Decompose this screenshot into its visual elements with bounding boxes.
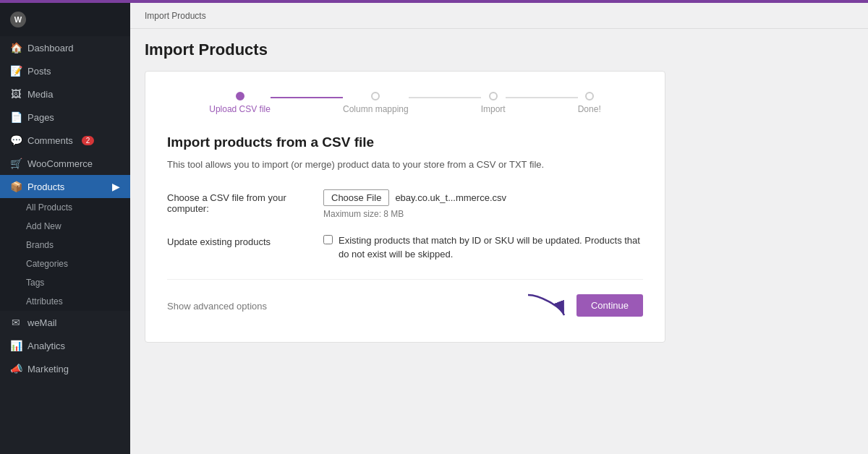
site-logo: W xyxy=(0,3,130,36)
sidebar-item-label: Pages xyxy=(27,112,54,123)
checkbox-container: Existing products that match by ID or SK… xyxy=(323,234,643,262)
sidebar-item-comments[interactable]: 💬 Comments 2 xyxy=(0,129,130,152)
step-mapping: Column mapping xyxy=(343,92,409,114)
sidebar-item-dashboard[interactable]: 🏠 Dashboard xyxy=(0,36,130,59)
wemail-icon: ✉ xyxy=(10,317,22,328)
arrow-annotation xyxy=(524,291,568,320)
dashboard-icon: 🏠 xyxy=(10,42,22,53)
wp-icon: W xyxy=(10,12,26,27)
choose-file-button[interactable]: Choose File xyxy=(323,189,389,206)
step-dot-import xyxy=(489,92,498,100)
sidebar-item-label: weMail xyxy=(27,317,56,328)
breadcrumb: Import Products xyxy=(145,11,206,21)
posts-icon: 📝 xyxy=(10,65,22,77)
products-arrow-icon: ▶ xyxy=(112,181,120,192)
products-icon: 📦 xyxy=(10,181,22,192)
comments-icon: 💬 xyxy=(10,134,22,146)
sidebar-item-pages[interactable]: 📄 Pages xyxy=(0,106,130,129)
file-control: Choose File ebay.co.uk_t...mmerce.csv Ma… xyxy=(323,189,643,219)
file-input-container: Choose File ebay.co.uk_t...mmerce.csv xyxy=(323,189,643,206)
step-label-mapping: Column mapping xyxy=(343,104,409,114)
woocommerce-icon: 🛒 xyxy=(10,158,22,169)
submenu-brands[interactable]: Brands xyxy=(0,236,130,254)
update-checkbox-label: Existing products that match by ID or SK… xyxy=(339,234,643,262)
comments-badge: 2 xyxy=(82,136,95,145)
continue-container: Continue xyxy=(524,291,643,320)
sidebar-item-analytics[interactable]: 📊 Analytics xyxy=(0,334,130,357)
continue-button[interactable]: Continue xyxy=(576,294,643,317)
admin-bar: Import Products xyxy=(130,3,868,29)
form-title: Import products from a CSV file xyxy=(167,134,643,150)
step-dot-done xyxy=(585,92,594,100)
show-advanced-link[interactable]: Show advanced options xyxy=(167,301,267,312)
step-import: Import xyxy=(481,92,506,114)
app-layout: W 🏠 Dashboard 📝 Posts 🖼 Media 📄 Pages 💬 … xyxy=(0,3,868,454)
sidebar-item-products[interactable]: 📦 Products ▶ xyxy=(0,175,130,198)
submenu-add-new[interactable]: Add New xyxy=(0,217,130,236)
submenu-attributes[interactable]: Attributes xyxy=(0,292,130,311)
import-card: Upload CSV file Column mapping Import xyxy=(145,71,665,343)
step-line-1 xyxy=(271,97,343,98)
update-label: Update existing products xyxy=(167,234,312,247)
submenu-categories[interactable]: Categories xyxy=(0,254,130,273)
sidebar-item-label: Media xyxy=(27,89,53,100)
products-submenu: All Products Add New Brands Categories T… xyxy=(0,198,130,311)
sidebar-item-woocommerce[interactable]: 🛒 WooCommerce xyxy=(0,152,130,175)
pages-icon: 📄 xyxy=(10,111,22,123)
submenu-tags[interactable]: Tags xyxy=(0,273,130,292)
step-upload: Upload CSV file xyxy=(209,92,271,114)
step-container: Upload CSV file Column mapping Import xyxy=(209,92,600,114)
progress-steps: Upload CSV file Column mapping Import xyxy=(167,92,643,114)
sidebar: W 🏠 Dashboard 📝 Posts 🖼 Media 📄 Pages 💬 … xyxy=(0,3,130,454)
step-label-done: Done! xyxy=(578,104,601,114)
page-content: Import Products Upload CSV file Column m… xyxy=(130,29,868,454)
marketing-icon: 📣 xyxy=(10,363,22,374)
update-control: Existing products that match by ID or SK… xyxy=(323,234,643,262)
main-content: Import Products Import Products Upload C… xyxy=(130,3,868,454)
file-label: Choose a CSV file from your computer: xyxy=(167,189,312,214)
form-footer: Show advanced options Continu xyxy=(167,279,643,320)
file-input-row: Choose a CSV file from your computer: Ch… xyxy=(167,189,643,219)
sidebar-item-marketing[interactable]: 📣 Marketing xyxy=(0,357,130,380)
step-dot-mapping xyxy=(371,92,380,100)
media-icon: 🖼 xyxy=(10,88,22,100)
submenu-all-products[interactable]: All Products xyxy=(0,198,130,217)
form-description: This tool allows you to import (or merge… xyxy=(167,158,643,172)
step-label-import: Import xyxy=(481,104,506,114)
page-title: Import Products xyxy=(145,40,854,59)
sidebar-item-label: Marketing xyxy=(27,364,69,374)
update-products-row: Update existing products Existing produc… xyxy=(167,234,643,262)
step-line-2 xyxy=(409,97,481,98)
sidebar-item-posts[interactable]: 📝 Posts xyxy=(0,59,130,82)
max-size-label: Maximum size: 8 MB xyxy=(323,209,643,219)
sidebar-item-label: Products xyxy=(27,181,64,192)
step-done: Done! xyxy=(578,92,601,114)
selected-file-name: ebay.co.uk_t...mmerce.csv xyxy=(395,192,506,203)
sidebar-item-label: Posts xyxy=(27,66,51,77)
sidebar-item-wemail[interactable]: ✉ weMail xyxy=(0,311,130,334)
advanced-options-container: Show advanced options xyxy=(167,299,267,312)
update-products-checkbox[interactable] xyxy=(323,235,333,244)
step-label-upload: Upload CSV file xyxy=(209,104,271,114)
analytics-icon: 📊 xyxy=(10,340,22,351)
sidebar-item-media[interactable]: 🖼 Media xyxy=(0,82,130,106)
step-line-3 xyxy=(506,97,578,98)
sidebar-item-label: WooCommerce xyxy=(27,158,93,169)
sidebar-item-label: Analytics xyxy=(27,340,65,351)
sidebar-item-label: Dashboard xyxy=(27,43,74,53)
step-dot-upload xyxy=(236,92,244,100)
sidebar-item-label: Comments xyxy=(27,135,73,146)
